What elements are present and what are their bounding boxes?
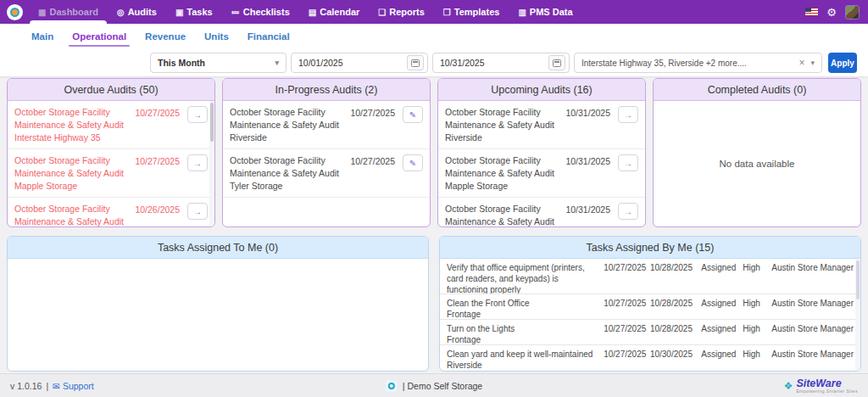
nav-item-audits[interactable]: ◎ Audits — [117, 0, 157, 24]
dashboard-screen: ▦ Dashboard ◎ Audits ▣ Tasks ≔ Checklist… — [0, 0, 868, 397]
audit-date: 10/26/2025 — [135, 204, 180, 215]
dashboard-tabs: Main Operational Revenue Units Financial — [0, 24, 868, 47]
nav-item-templates[interactable]: ❐ Templates — [443, 0, 500, 24]
support-label: Support — [63, 381, 94, 391]
tab-financial[interactable]: Financial — [248, 31, 290, 47]
support-link[interactable]: ✉ Support — [53, 381, 94, 391]
in-progress-audits-title: In-Progress Audits (2) — [223, 79, 430, 101]
nav-label-reports: Reports — [389, 7, 425, 17]
app-logo-icon[interactable] — [7, 4, 23, 20]
gear-icon[interactable]: ⚙ — [826, 7, 837, 18]
open-audit-button[interactable]: → — [618, 106, 638, 123]
audit-item: October Storage Facility Maintenance & S… — [438, 101, 645, 149]
audit-title: October Storage Facility Maintenance & S… — [14, 106, 130, 131]
task-row: Clean the Front Office Frontage 10/27/20… — [440, 294, 860, 320]
nav-item-tasks[interactable]: ▣ Tasks — [175, 0, 213, 24]
facility-multiselect[interactable]: Interstate Highway 35, Riverside +2 more… — [574, 53, 822, 73]
nav-label-audits: Audits — [128, 7, 157, 17]
arrow-right-icon: → — [193, 110, 202, 120]
task-priority: High — [743, 298, 771, 316]
task-row: Verify that office equipment (printers, … — [440, 259, 860, 294]
scrollbar-thumb[interactable] — [210, 103, 214, 142]
task-name: Clean yard and keep it well-maintained — [447, 349, 598, 360]
upcoming-audits-list: October Storage Facility Maintenance & S… — [438, 101, 645, 226]
apply-button[interactable]: Apply — [828, 53, 857, 73]
tab-operational[interactable]: Operational — [72, 31, 126, 47]
open-audit-button[interactable]: → — [187, 106, 208, 123]
upcoming-audits-card: Upcoming Audits (16) October Storage Fac… — [437, 78, 646, 227]
tasks-to-me-body — [8, 259, 428, 371]
language-flag-icon[interactable] — [805, 8, 818, 16]
open-audit-button[interactable]: → — [618, 203, 638, 220]
edit-audit-button[interactable]: ✎ — [403, 106, 423, 123]
scrollbar-thumb[interactable] — [856, 260, 860, 299]
audit-item: October Storage Facility Maintenance & S… — [8, 101, 214, 149]
nav-label-dashboard: Dashboard — [49, 7, 97, 17]
open-audit-button[interactable]: → — [187, 203, 208, 220]
date-range-select[interactable]: This Month ▾ — [150, 53, 287, 73]
start-date-calendar-button[interactable] — [407, 55, 424, 70]
audit-facility: Riverside — [445, 131, 560, 144]
brand-name: SiteWare — [796, 378, 841, 389]
task-status: Assigned — [701, 349, 743, 367]
chevron-down-icon: ▾ — [810, 59, 815, 67]
edit-audit-button[interactable]: ✎ — [403, 154, 423, 171]
audit-facility: Mapple Storage — [14, 180, 130, 193]
audit-title: October Storage Facility Maintenance & S… — [14, 203, 130, 226]
tab-revenue[interactable]: Revenue — [145, 31, 186, 47]
open-audit-button[interactable]: → — [187, 154, 208, 171]
nav-item-reports[interactable]: ❏ Reports — [378, 0, 425, 24]
audit-date: 10/31/2025 — [565, 156, 610, 166]
tenant-name: | Demo Self Storage — [403, 381, 482, 391]
task-location: Riverside — [447, 360, 598, 371]
audit-title: October Storage Facility Maintenance & S… — [230, 106, 345, 131]
audit-facility: Mapple Storage — [445, 180, 560, 193]
user-avatar[interactable] — [845, 5, 860, 20]
audit-item: October Storage Facility Maintenance & S… — [438, 149, 645, 198]
calendar-picker-icon — [553, 59, 561, 67]
brand-logo[interactable]: ❖ SiteWare Empowering Smarter Sites — [784, 378, 858, 394]
templates-icon: ❐ — [443, 8, 451, 17]
reports-icon: ❏ — [378, 8, 386, 17]
task-due-date: 10/28/2025 — [650, 298, 701, 316]
task-owner: Austin Store Manager — [771, 323, 854, 341]
arrow-right-icon: → — [624, 207, 632, 216]
start-date-input[interactable] — [292, 58, 407, 68]
task-owner: Austin Store Manager — [771, 262, 854, 290]
arrow-right-icon: → — [624, 110, 632, 120]
task-priority: High — [743, 323, 771, 341]
footer: v 1.0.16 | ✉ Support | Demo Self Storage… — [0, 373, 868, 397]
audit-facility: Tyler Storage — [230, 180, 345, 193]
task-priority: High — [743, 262, 771, 290]
end-date-input[interactable] — [433, 58, 548, 68]
nav-item-dashboard[interactable]: ▦ Dashboard — [38, 0, 98, 24]
brand-tagline: Empowering Smarter Sites — [796, 389, 858, 394]
scrollbar[interactable] — [209, 101, 214, 226]
tasks-by-me-table: Verify that office equipment (printers, … — [440, 259, 860, 371]
no-data-message: No data available — [654, 101, 860, 226]
completed-audits-card: Completed Audits (0) No data available — [653, 78, 861, 227]
task-due-date: 10/30/2025 — [650, 349, 701, 367]
audit-facility: Interstate Highway 35 — [14, 131, 130, 144]
tenant-logo-icon — [386, 380, 398, 392]
siteware-mark-icon: ❖ — [784, 380, 793, 392]
nav-item-pms-data[interactable]: ▥ PMS Data — [518, 0, 572, 24]
nav-item-checklists[interactable]: ≔ Checklists — [231, 0, 290, 24]
calendar-icon: ▤ — [309, 8, 316, 17]
end-date-calendar-button[interactable] — [548, 55, 565, 70]
audit-date: 10/27/2025 — [135, 108, 180, 118]
open-audit-button[interactable]: → — [618, 154, 638, 171]
end-date-field — [432, 53, 570, 73]
scrollbar[interactable] — [855, 259, 860, 371]
task-name: Verify that office equipment (printers, … — [447, 262, 598, 294]
tab-main[interactable]: Main — [31, 31, 53, 47]
arrow-right-icon: → — [193, 207, 202, 216]
task-start-date: 10/27/2025 — [604, 349, 650, 367]
audit-date: 10/27/2025 — [135, 156, 180, 166]
task-priority: High — [743, 349, 771, 367]
audit-date: 10/27/2025 — [350, 108, 395, 118]
clear-icon[interactable]: × — [798, 57, 804, 69]
tab-units[interactable]: Units — [204, 31, 229, 47]
nav-label-calendar: Calendar — [320, 7, 359, 17]
nav-item-calendar[interactable]: ▤ Calendar — [309, 0, 360, 24]
